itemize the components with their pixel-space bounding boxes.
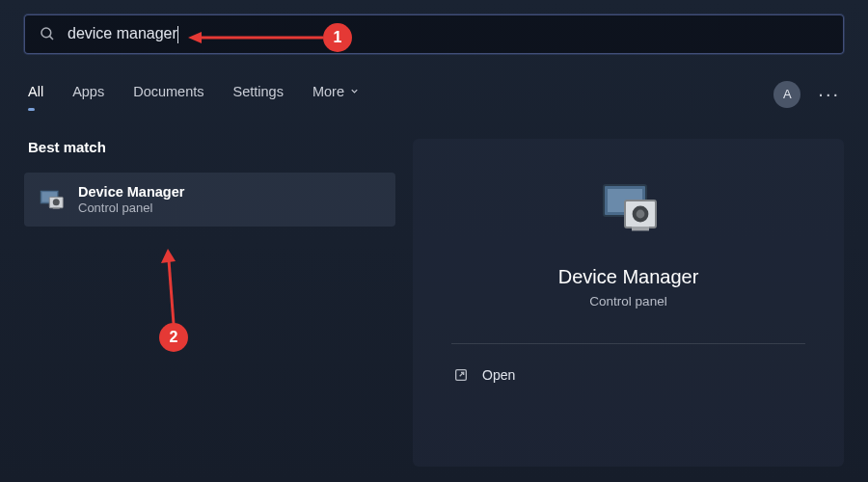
svg-point-11 (636, 209, 644, 218)
svg-rect-12 (632, 227, 649, 230)
tab-all[interactable]: All (28, 84, 43, 105)
result-device-manager[interactable]: Device Manager Control panel (24, 173, 395, 227)
action-open[interactable]: Open (451, 363, 805, 387)
avatar-letter: A (783, 87, 792, 101)
detail-column: Device Manager Control panel Open (413, 139, 844, 467)
svg-marker-18 (161, 249, 176, 263)
svg-marker-16 (188, 32, 202, 43)
avatar[interactable]: A (773, 81, 800, 108)
search-bar[interactable]: device manager (24, 14, 844, 54)
overflow-menu-icon[interactable]: ··· (818, 83, 840, 105)
result-title: Device Manager (78, 184, 184, 200)
svg-point-5 (53, 199, 60, 205)
svg-line-17 (169, 260, 174, 324)
tab-settings[interactable]: Settings (233, 84, 284, 105)
search-icon (39, 25, 56, 42)
svg-line-1 (49, 37, 53, 40)
result-subtitle: Control panel (78, 201, 184, 215)
open-external-icon (453, 367, 469, 383)
detail-title: Device Manager (558, 266, 699, 288)
detail-panel: Device Manager Control panel Open (413, 139, 844, 467)
annotation-badge-1: 1 (323, 23, 352, 52)
device-manager-icon (38, 186, 65, 213)
search-input-text: device manager (68, 25, 177, 41)
annotation-arrow-2 (159, 249, 188, 328)
tab-more-label: More (312, 84, 344, 99)
tab-apps[interactable]: Apps (72, 84, 104, 105)
text-cursor (177, 26, 178, 43)
device-manager-icon-large (598, 177, 660, 239)
tab-more[interactable]: More (312, 84, 360, 105)
svg-point-0 (41, 28, 51, 38)
annotation-arrow-1 (188, 29, 328, 46)
svg-rect-6 (53, 207, 60, 209)
chevron-down-icon (349, 84, 360, 99)
results-column: Best match Device Manager Control panel (24, 139, 395, 467)
search-input[interactable]: device manager (68, 25, 829, 43)
divider (451, 343, 805, 344)
annotation-badge-2: 2 (159, 323, 188, 352)
detail-subtitle: Control panel (589, 294, 666, 308)
best-match-heading: Best match (24, 139, 395, 155)
tab-documents[interactable]: Documents (133, 84, 203, 105)
action-open-label: Open (482, 367, 515, 383)
filter-tabs: All Apps Documents Settings More A ··· (24, 81, 844, 108)
